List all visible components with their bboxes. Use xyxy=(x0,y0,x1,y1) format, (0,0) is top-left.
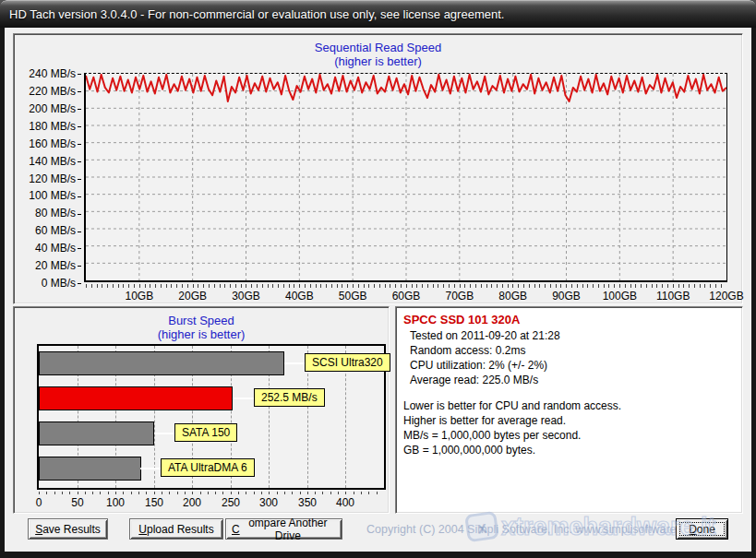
sequential-plot-area xyxy=(84,73,727,282)
burst-label-scsi-ultra320: SCSI Ultra320 xyxy=(305,353,390,372)
client-area: Sequential Read Speed (higher is better)… xyxy=(5,28,751,552)
burst-label-tested-drive-value: 252.5 MB/s xyxy=(254,388,325,407)
y-tick-label: 100 MB/s xyxy=(14,189,81,202)
burst-label-sata-150: SATA 150 xyxy=(174,423,237,442)
cpu-utilization-text: CPU utilization: 2% (+/- 2%) xyxy=(410,358,735,373)
y-tick-label: 60 MB/s xyxy=(14,224,81,237)
burst-label-connector xyxy=(140,468,162,469)
x-tick-label: 60GB xyxy=(380,290,432,303)
burst-bar-ata-ultradma6 xyxy=(39,457,141,481)
sequential-chart-title: Sequential Read Speed xyxy=(14,41,742,54)
burst-bar-sata-150 xyxy=(39,421,154,445)
note-line: GB = 1,000,000,000 bytes. xyxy=(403,443,735,457)
sequential-chart-subtitle: (higher is better) xyxy=(14,54,742,68)
note-line: MB/s = 1,000,000 bytes per second. xyxy=(403,428,735,443)
burst-x-tick-label: 300 xyxy=(250,496,287,509)
random-access-text: Random access: 0.2ms xyxy=(410,343,735,358)
done-button[interactable]: Done xyxy=(676,518,728,540)
sequential-x-minor-ticks xyxy=(86,284,726,288)
average-read-text: Average read: 225.0 MB/s xyxy=(410,373,735,387)
burst-x-tick-label: 200 xyxy=(174,496,210,509)
app-window: HD Tach version 3.0.4.0 - For non-commer… xyxy=(0,0,756,558)
y-tick-label: 160 MB/s xyxy=(14,137,81,150)
note-line: Higher is better for average read. xyxy=(403,413,735,428)
x-tick-label: 40GB xyxy=(273,290,325,303)
drive-info-panel: SPCC SSD 101 320A Tested on 2011-09-20 a… xyxy=(395,306,743,514)
burst-x-tick-label: 400 xyxy=(327,496,364,509)
y-tick-label: 80 MB/s xyxy=(14,207,81,220)
burst-plot-area: SCSI Ultra320 252.5 MB/s SATA 150 ATA Ul… xyxy=(37,344,386,490)
burst-label-ata-ultradma6: ATA UltraDMA 6 xyxy=(161,458,255,477)
x-tick-label: 10GB xyxy=(114,290,165,303)
y-tick-label: 40 MB/s xyxy=(14,242,81,255)
window-titlebar[interactable]: HD Tach version 3.0.4.0 - For non-commer… xyxy=(0,0,756,28)
copyright-text: Copyright (C) 2004 Simpli Software, Inc.… xyxy=(366,523,671,536)
burst-label-connector xyxy=(284,362,306,364)
y-tick-label: 140 MB/s xyxy=(14,155,81,168)
sequential-read-line-chart xyxy=(86,74,726,280)
y-tick-label: 180 MB/s xyxy=(14,120,81,133)
x-tick-label: 30GB xyxy=(221,290,272,303)
y-tick-label: 200 MB/s xyxy=(14,102,81,115)
save-results-button[interactable]: Save Results xyxy=(28,518,108,540)
note-line: Lower is better for CPU and random acces… xyxy=(403,398,735,413)
x-tick-label: 100GB xyxy=(594,290,645,303)
x-tick-label: 120GB xyxy=(701,290,752,303)
burst-chart-title: Burst Speed xyxy=(14,314,389,327)
x-tick-label: 110GB xyxy=(647,290,699,303)
burst-x-axis-labels: 050100150200250300350400 xyxy=(37,496,386,511)
sequential-read-panel: Sequential Read Speed (higher is better)… xyxy=(13,33,743,304)
x-tick-label: 90GB xyxy=(541,290,593,303)
burst-chart-subtitle: (higher is better) xyxy=(14,327,389,341)
sequential-x-axis-labels: 10GB20GB30GB40GB50GB60GB70GB80GB90GB100G… xyxy=(84,290,727,304)
x-tick-label: 50GB xyxy=(327,290,378,303)
drive-name: SPCC SSD 101 320A xyxy=(403,313,735,326)
burst-label-connector xyxy=(154,433,176,434)
y-tick-label: 0 MB/s xyxy=(14,277,81,290)
x-tick-label: 20GB xyxy=(167,290,219,303)
y-tick-label: 240 MB/s xyxy=(14,67,81,80)
y-tick-label: 220 MB/s xyxy=(14,85,81,98)
y-tick-label: 120 MB/s xyxy=(14,172,81,185)
x-tick-label: 80GB xyxy=(487,290,539,303)
burst-x-tick-label: 350 xyxy=(289,496,326,509)
burst-speed-panel: Burst Speed (higher is better) SCSI Ultr… xyxy=(13,306,390,514)
sequential-y-axis-labels: 240 MB/s220 MB/s200 MB/s180 MB/s160 MB/s… xyxy=(14,73,81,294)
burst-bar-tested-drive xyxy=(39,386,233,410)
upload-results-button[interactable]: Upload Results xyxy=(129,518,223,540)
tested-on-text: Tested on 2011-09-20 at 21:28 xyxy=(410,328,735,343)
burst-x-minor-ticks xyxy=(39,492,384,494)
x-tick-label: 70GB xyxy=(434,290,486,303)
burst-x-tick-label: 0 xyxy=(20,496,57,509)
burst-bar-scsi-ultra320 xyxy=(39,351,284,375)
burst-x-tick-label: 50 xyxy=(59,496,96,509)
burst-x-tick-label: 150 xyxy=(136,496,173,509)
window-title: HD Tach version 3.0.4.0 - For non-commer… xyxy=(9,7,504,21)
burst-label-connector xyxy=(233,398,256,399)
burst-x-tick-label: 100 xyxy=(97,496,134,509)
burst-x-tick-label: 250 xyxy=(212,496,249,509)
y-tick-label: 20 MB/s xyxy=(14,259,81,272)
compare-another-drive-button[interactable]: Compare Another Drive xyxy=(225,518,342,540)
